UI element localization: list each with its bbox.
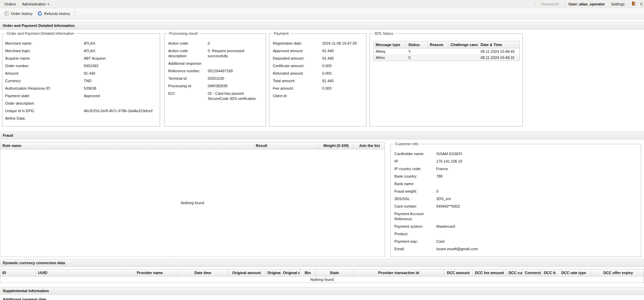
processing-result-rows: Action code:0Action code description:0: …	[167, 36, 264, 101]
clipped-menu-label: C	[640, 2, 643, 6]
field-label: Amount:	[4, 71, 84, 76]
additional-payment-data-title: Additional payment data	[3, 297, 46, 300]
processing-result-fieldset: Processing result Action code:0Action co…	[164, 31, 266, 126]
field-label: Action code:	[167, 41, 208, 46]
column-header[interactable]: Original amount	[228, 269, 265, 276]
three-ds-legend: 3DS Status	[373, 31, 395, 35]
field-value: 001294497189	[208, 69, 257, 74]
payment-rows: Registration date:2024-11-08 15:47:39App…	[271, 36, 364, 99]
column-header[interactable]: DCC rate type	[556, 269, 592, 276]
field-row: Reference number:001294497189	[167, 69, 264, 74]
order-info-rows: Merchant name:ATLAXMerchant login:ATLAXA…	[4, 36, 158, 121]
field-value: 5952492	[84, 63, 98, 69]
field-row: IP country code:France	[393, 166, 639, 171]
column-header[interactable]: DCC fee	[542, 269, 556, 276]
menu-administration[interactable]: Administration	[19, 1, 53, 7]
dcc-empty-message: Nothing found	[310, 278, 334, 282]
field-row: Bank country:788	[393, 174, 639, 179]
field-row: Amount:91.440	[4, 71, 158, 76]
field-label: IP:	[393, 159, 436, 164]
table-row[interactable]: AResC08.11.2024 15:48:31	[374, 55, 519, 61]
column-header[interactable]: Weight (0-100)	[319, 142, 354, 149]
refunds-history-button[interactable]: Refunds history	[35, 10, 73, 18]
column-header[interactable]: DCC curr	[506, 269, 523, 276]
field-label: Action code description:	[167, 48, 208, 59]
column-header[interactable]: Conversi	[523, 269, 542, 276]
table-cell: ARes	[374, 55, 406, 61]
field-label: Email:	[393, 246, 436, 252]
field-row: Merchant name:ATLAX	[4, 41, 158, 46]
field-row: Airline Data:	[4, 116, 158, 121]
field-row: Payment way:Card	[393, 239, 639, 244]
field-value: 91.440	[322, 56, 334, 61]
page-title: Order and Payment Detailed Information	[0, 22, 644, 30]
fraud-table-body: Nothing found	[0, 149, 384, 256]
field-row: Order number:5952492	[4, 63, 158, 69]
menu-separator	[565, 2, 565, 6]
field-value	[208, 61, 257, 66]
column-header[interactable]: DCC fee amount	[473, 269, 506, 276]
field-value: ABT Acquirer	[84, 56, 106, 61]
column-header[interactable]: Challenge cancel	[449, 41, 478, 48]
column-header[interactable]: Reason	[428, 41, 449, 48]
user-label: User: atlax_operator	[568, 2, 605, 6]
menu-settings[interactable]: Settings	[608, 1, 628, 7]
customer-info-legend: Customer info	[394, 142, 420, 146]
column-header[interactable]: Date & Time	[478, 41, 519, 48]
field-row: 3DS/SSL:3DS_enr	[393, 196, 639, 201]
field-label: Certificate amount:	[271, 63, 322, 69]
column-header[interactable]: Message type	[374, 41, 406, 48]
field-label: Airline Data:	[4, 116, 84, 121]
column-header[interactable]: Provider transaction id	[354, 269, 444, 276]
customer-info-rows: Cardholder name:ISSAM ESSEFIIP:176.141.1…	[393, 147, 639, 252]
order-history-button[interactable]: Order history	[2, 10, 35, 18]
column-header[interactable]: ID	[0, 269, 36, 276]
three-ds-table-body: RReqY08.11.2024 15:48:43AResC08.11.2024 …	[374, 48, 519, 61]
column-header[interactable]: Rule name	[0, 142, 254, 149]
column-header[interactable]: Join the list	[354, 142, 385, 149]
table-cell	[428, 55, 449, 61]
field-label: Reference number:	[167, 69, 208, 74]
field-value: 91.440	[322, 48, 334, 54]
field-label: Deposited amount:	[271, 56, 322, 61]
field-label: Authorization Response ID:	[4, 86, 84, 91]
field-row: Refunded amount:0.000	[271, 71, 364, 76]
field-value: Mastercard	[436, 224, 455, 229]
menu-orders[interactable]: Orders	[1, 1, 19, 7]
column-header[interactable]: Result	[254, 142, 319, 149]
field-row: Processing id:04IF082595	[167, 84, 264, 89]
fraud-section-title: Fraud	[0, 132, 644, 139]
payment-legend: Payment	[272, 31, 290, 35]
dcc-table-header: IDUUIDProvider nameDate timeOriginal amo…	[0, 269, 644, 276]
column-header[interactable]: Bin	[300, 269, 316, 276]
dcc-table-body: Nothing found	[0, 276, 644, 283]
field-value: issam.essefi@gmail.com	[436, 246, 478, 252]
field-label: Processing id:	[167, 84, 208, 89]
logout-button[interactable]	[631, 1, 637, 7]
table-cell: 08.11.2024 15:48:31	[478, 55, 519, 61]
column-header[interactable]: Provider name	[122, 269, 178, 276]
field-label: Currency:	[4, 78, 84, 84]
table-row[interactable]: RReqY08.11.2024 15:48:43	[374, 48, 519, 55]
field-value: 2024-11-08 15:47:39	[322, 41, 357, 46]
toolbar-separator	[75, 11, 75, 17]
column-header[interactable]: Original f	[265, 269, 281, 276]
column-header[interactable]: Status	[406, 41, 428, 48]
order-info-legend: Order and Payment Detailed Information	[5, 31, 76, 35]
field-row: Order description:	[4, 101, 158, 106]
field-label: Fee amount:	[271, 86, 322, 91]
column-header[interactable]: DCC amount	[444, 269, 473, 276]
field-value: 539638	[84, 86, 96, 91]
toolbar: Order history Refunds history	[0, 8, 644, 19]
field-label: Cardholder name:	[393, 151, 436, 156]
column-header[interactable]: Original c	[281, 269, 300, 276]
column-header[interactable]: DCC offer expiry	[592, 269, 644, 276]
column-header[interactable]: UUID	[36, 269, 122, 276]
column-header[interactable]: State	[316, 269, 354, 276]
fraud-table-header: Rule nameResultWeight (0-100)Join the li…	[0, 142, 384, 149]
menu-reports[interactable]: Reports(0)	[538, 1, 562, 7]
field-value: 02 - Card has passed SecureCode 3DS veri…	[208, 91, 257, 101]
field-row: Fraud weight:0	[393, 189, 639, 194]
table-cell: RReq	[374, 48, 406, 55]
column-header[interactable]: Date time	[178, 269, 228, 276]
